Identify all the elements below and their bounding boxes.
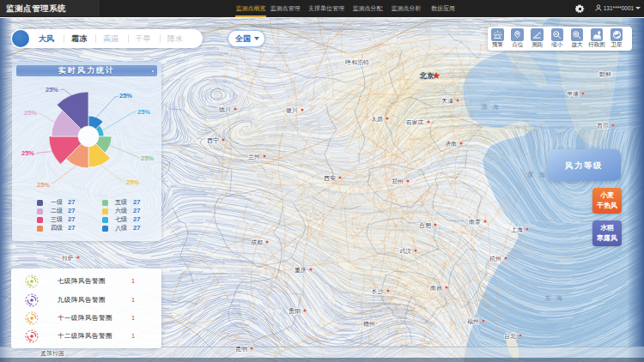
svg-text:兰州: 兰州	[248, 154, 260, 160]
svg-text:孟加拉国: 孟加拉国	[40, 350, 64, 357]
svg-text:西宁: 西宁	[207, 137, 219, 144]
svg-text:渤 海: 渤 海	[481, 103, 501, 111]
svg-text:拉萨: 拉萨	[62, 255, 74, 261]
svg-text:长沙: 长沙	[372, 288, 384, 295]
svg-text:合肥: 合肥	[419, 222, 432, 229]
svg-text:台北: 台北	[504, 333, 516, 340]
svg-text:呼和浩特: 呼和浩特	[345, 59, 369, 66]
svg-text:天津: 天津	[441, 98, 453, 105]
svg-text:南昌: 南昌	[430, 285, 442, 292]
svg-text:成都: 成都	[251, 239, 263, 246]
svg-text:南京: 南京	[469, 219, 481, 225]
svg-text:25%: 25%	[46, 86, 58, 94]
svg-text:25%: 25%	[126, 178, 139, 186]
svg-text:朝鲜: 朝鲜	[598, 71, 611, 77]
svg-text:重庆: 重庆	[295, 267, 307, 273]
svg-text:北京: 北京	[419, 72, 434, 80]
svg-text:福州: 福州	[467, 318, 479, 325]
svg-text:贵阳: 贵阳	[289, 308, 301, 315]
svg-text:昆明: 昆明	[235, 346, 247, 353]
svg-text:石家庄: 石家庄	[406, 119, 424, 126]
svg-text:黄 海: 黄 海	[527, 171, 547, 178]
svg-text:东 海: 东 海	[544, 294, 564, 302]
svg-text:武汉: 武汉	[399, 248, 411, 255]
svg-text:首尔: 首尔	[597, 123, 609, 130]
svg-text:25%: 25%	[21, 149, 34, 157]
svg-text:杭州: 杭州	[489, 256, 501, 262]
svg-text:25%: 25%	[137, 108, 150, 116]
svg-text:25%: 25%	[119, 92, 132, 100]
svg-text:平壤: 平壤	[567, 91, 579, 97]
svg-text:济南: 济南	[445, 141, 457, 148]
svg-text:上海: 上海	[511, 226, 523, 233]
svg-text:25%: 25%	[24, 109, 37, 117]
svg-text:太原: 太原	[371, 116, 383, 122]
svg-text:25%: 25%	[37, 181, 50, 189]
svg-text:赣州: 赣州	[363, 321, 375, 328]
svg-text:25%: 25%	[141, 154, 154, 162]
svg-text:银川: 银川	[285, 107, 298, 113]
svg-text:郑州: 郑州	[392, 178, 404, 184]
svg-text:西安: 西安	[324, 175, 336, 182]
svg-text:德川: 德川	[219, 106, 231, 113]
